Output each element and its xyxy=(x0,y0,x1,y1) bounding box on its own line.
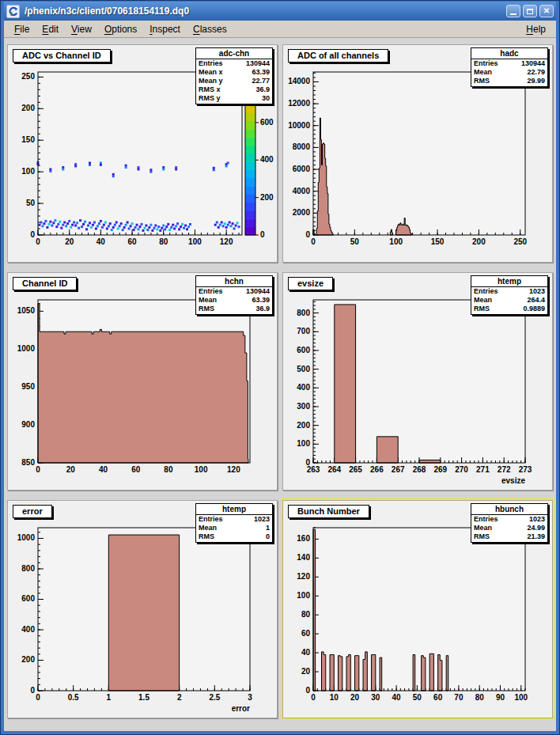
svg-text:500: 500 xyxy=(297,365,310,373)
svg-text:6000: 6000 xyxy=(293,165,311,173)
menu-view[interactable]: View xyxy=(66,22,97,36)
stats-row: Mean24.99 xyxy=(471,524,547,532)
stats-row: Entries1023 xyxy=(196,515,272,524)
svg-text:20: 20 xyxy=(65,237,74,246)
menu-classes[interactable]: Classes xyxy=(187,22,233,36)
menu-inspect[interactable]: Inspect xyxy=(144,22,186,36)
svg-text:0: 0 xyxy=(36,693,40,702)
pad-channel-id[interactable]: 02040608010012085090095010001050 Channel… xyxy=(7,272,278,491)
titlebar[interactable]: /phenix/n3c/client/070618154119.dq0 ✕ xyxy=(4,2,556,21)
stats-hist-name: adc-chn xyxy=(196,48,272,59)
canvas-area[interactable]: 0204060801001200501001502002500200400600… xyxy=(4,38,556,731)
stats-hist-name: hchn xyxy=(196,276,272,287)
svg-text:80: 80 xyxy=(164,465,173,474)
svg-text:250: 250 xyxy=(21,72,35,81)
pad-title-box[interactable]: error xyxy=(13,505,52,518)
svg-text:269: 269 xyxy=(433,465,447,474)
svg-text:50: 50 xyxy=(413,693,422,702)
svg-text:100: 100 xyxy=(188,237,202,246)
svg-text:4000: 4000 xyxy=(293,187,311,195)
svg-text:60: 60 xyxy=(433,693,443,702)
svg-text:8000: 8000 xyxy=(293,142,311,151)
menu-file[interactable]: File xyxy=(9,22,35,36)
pad-adc-vs-channel[interactable]: 0204060801001200501001502002500200400600… xyxy=(7,44,278,263)
stats-row: RMS36.9 xyxy=(196,305,272,313)
svg-text:600: 600 xyxy=(21,594,35,603)
menu-options[interactable]: Options xyxy=(99,22,142,36)
svg-text:1000: 1000 xyxy=(17,533,36,542)
pad-evsize[interactable]: 2632642652662672682692702712722730100200… xyxy=(282,272,553,491)
svg-text:270: 270 xyxy=(455,465,468,474)
svg-text:40: 40 xyxy=(392,693,402,702)
stats-row: RMS y30 xyxy=(196,94,272,103)
svg-text:1000: 1000 xyxy=(17,344,36,353)
svg-text:2.5: 2.5 xyxy=(209,693,220,702)
svg-text:400: 400 xyxy=(297,383,310,392)
menu-help[interactable]: Help xyxy=(520,22,551,36)
minimize-button[interactable] xyxy=(506,5,520,17)
svg-text:14000: 14000 xyxy=(288,77,310,85)
stats-row: Mean y22.77 xyxy=(196,77,272,85)
stats-box[interactable]: htemp Entries1023 Mean1 RMS0 xyxy=(195,503,273,543)
stats-box[interactable]: hchn Entries130944 Mean63.39 RMS36.9 xyxy=(195,275,273,315)
svg-text:900: 900 xyxy=(21,420,35,429)
stats-row: Mean x63.39 xyxy=(196,68,272,77)
minimize-icon xyxy=(510,13,516,15)
stats-row: RMS0 xyxy=(196,532,272,541)
svg-text:1050: 1050 xyxy=(17,306,36,315)
svg-text:400: 400 xyxy=(21,625,35,634)
svg-text:150: 150 xyxy=(21,135,35,144)
svg-text:800: 800 xyxy=(21,564,35,573)
svg-text:60: 60 xyxy=(131,465,141,474)
maximize-button[interactable] xyxy=(523,5,537,17)
svg-text:266: 266 xyxy=(370,465,384,474)
svg-text:200: 200 xyxy=(21,655,35,664)
stats-row: Mean63.39 xyxy=(196,296,272,305)
svg-text:0: 0 xyxy=(30,686,35,695)
stats-box[interactable]: adc-chn Entries130944 Mean x63.39 Mean y… xyxy=(195,47,273,104)
svg-text:100: 100 xyxy=(389,237,403,246)
svg-text:268: 268 xyxy=(413,465,426,474)
stats-row: RMS0.9889 xyxy=(471,305,547,313)
stats-row: Entries130944 xyxy=(196,59,272,68)
svg-text:273: 273 xyxy=(519,465,532,474)
svg-text:0: 0 xyxy=(36,465,40,474)
pad-title-box[interactable]: Bunch Number xyxy=(288,505,369,518)
svg-text:0: 0 xyxy=(36,237,40,246)
svg-text:265: 265 xyxy=(349,465,362,474)
svg-text:120: 120 xyxy=(227,465,240,474)
window-title: /phenix/n3c/client/070618154119.dq0 xyxy=(25,6,501,17)
root-logo-icon xyxy=(6,5,20,18)
pad-title-box[interactable]: evsize xyxy=(288,277,333,290)
svg-text:950: 950 xyxy=(21,382,35,391)
menu-edit[interactable]: Edit xyxy=(36,22,64,36)
svg-text:264: 264 xyxy=(327,465,341,474)
pad-adc-all-channels[interactable]: 0501001502002500200040006000800010000120… xyxy=(282,44,553,263)
svg-text:3: 3 xyxy=(248,693,252,702)
svg-text:600: 600 xyxy=(260,118,274,127)
stats-box[interactable]: hadc Entries130944 Mean22.79 RMS29.99 xyxy=(471,47,548,87)
svg-text:80: 80 xyxy=(475,693,485,702)
svg-text:700: 700 xyxy=(297,327,310,335)
svg-text:0: 0 xyxy=(260,230,265,239)
svg-text:800: 800 xyxy=(297,309,310,317)
pad-bunch-number[interactable]: 0102030405060708090100020406080100120140… xyxy=(282,500,553,718)
svg-text:120: 120 xyxy=(220,237,233,246)
pad-title-box[interactable]: ADC of all channels xyxy=(288,49,388,63)
stats-row: Entries130944 xyxy=(471,59,547,68)
stats-row: Mean22.79 xyxy=(471,68,547,77)
svg-text:0: 0 xyxy=(305,686,310,695)
pad-error[interactable]: 00.511.522.5302004006008001000error erro… xyxy=(7,500,278,718)
stats-hist-name: hadc xyxy=(471,48,547,59)
svg-text:2000: 2000 xyxy=(293,208,311,217)
stats-hist-name: htemp xyxy=(471,276,547,287)
stats-box[interactable]: htemp Entries1023 Mean264.4 RMS0.9889 xyxy=(471,275,548,315)
svg-text:12000: 12000 xyxy=(288,99,310,108)
pad-title-box[interactable]: Channel ID xyxy=(13,277,77,290)
pad-title-box[interactable]: ADC vs Channel ID xyxy=(13,49,111,63)
svg-text:200: 200 xyxy=(260,193,274,202)
stats-box[interactable]: hbunch Entries1023 Mean24.99 RMS21.39 xyxy=(471,503,548,543)
close-button[interactable]: ✕ xyxy=(539,5,554,17)
svg-text:150: 150 xyxy=(431,237,445,246)
svg-text:20: 20 xyxy=(301,667,311,676)
